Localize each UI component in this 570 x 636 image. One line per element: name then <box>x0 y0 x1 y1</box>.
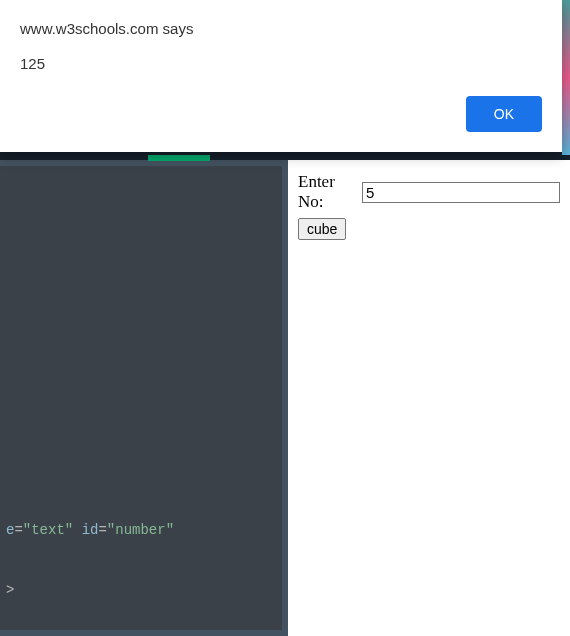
code-token: = <box>14 522 22 538</box>
alert-origin-text: www.w3schools.com says <box>20 20 542 37</box>
right-color-strip <box>562 0 570 155</box>
code-token: "number" <box>107 522 174 538</box>
number-input[interactable] <box>362 182 560 203</box>
code-token: = <box>98 522 106 538</box>
input-row: Enter No: <box>298 172 560 212</box>
code-content: e="text" id="number" > " value="cube" />… <box>6 176 276 636</box>
javascript-alert-dialog: www.w3schools.com says 125 OK <box>0 0 562 152</box>
alert-message-text: 125 <box>20 55 542 72</box>
input-label: Enter No: <box>298 172 360 212</box>
code-editor-panel[interactable]: e="text" id="number" > " value="cube" />… <box>0 160 288 636</box>
alert-button-row: OK <box>20 96 542 132</box>
code-token: id <box>73 522 98 538</box>
main-split-area: e="text" id="number" > " value="cube" />… <box>0 160 570 636</box>
code-token: "text" <box>23 522 73 538</box>
ok-button[interactable]: OK <box>466 96 542 132</box>
cube-button[interactable]: cube <box>298 218 346 240</box>
code-token: > <box>6 582 14 598</box>
tab-indicator <box>148 155 210 161</box>
output-preview-panel: Enter No: cube <box>288 160 570 636</box>
